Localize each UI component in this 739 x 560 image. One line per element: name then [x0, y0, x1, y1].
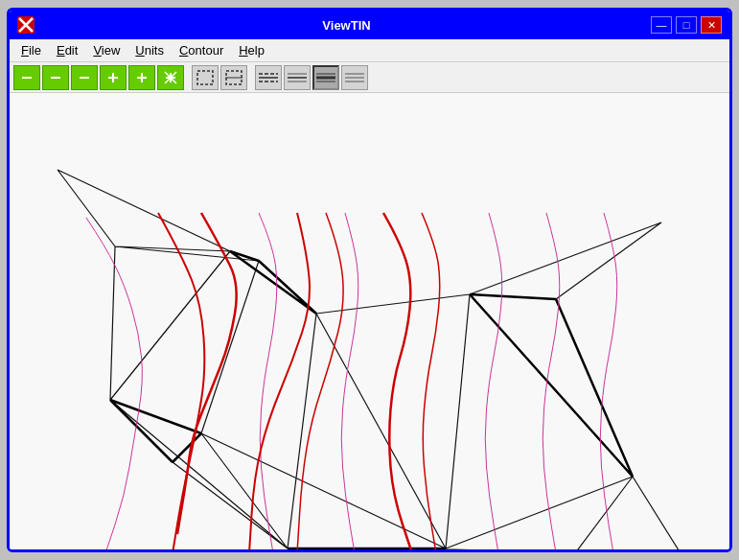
menubar: File Edit View Units Contour Help: [10, 39, 729, 62]
line-tool-active[interactable]: [312, 65, 339, 90]
window-title: ViewTIN: [42, 18, 651, 33]
zoom-btn-5[interactable]: [128, 65, 155, 90]
line-tool-1[interactable]: [255, 65, 282, 90]
svg-rect-14: [141, 73, 143, 82]
maximize-button[interactable]: □: [676, 16, 697, 34]
title-bar: ViewTIN — □ ✕: [10, 11, 729, 39]
zoom-btn-3[interactable]: [71, 65, 98, 90]
canvas-area[interactable]: [10, 93, 729, 549]
main-window: ViewTIN — □ ✕ File Edit View Units Conto…: [7, 8, 732, 552]
svg-rect-6: [51, 77, 60, 79]
menu-contour[interactable]: Contour: [172, 41, 231, 59]
svg-rect-8: [80, 77, 89, 79]
menu-help[interactable]: Help: [231, 41, 272, 59]
select-rect-tool[interactable]: [192, 65, 219, 90]
app-icon: [17, 16, 35, 34]
minimize-button[interactable]: —: [651, 16, 672, 34]
line-tool-2[interactable]: [284, 65, 311, 90]
menu-units[interactable]: Units: [127, 41, 172, 59]
close-button[interactable]: ✕: [701, 16, 722, 34]
menu-view[interactable]: View: [85, 41, 127, 59]
menu-file[interactable]: File: [13, 41, 49, 59]
zoom-btn-4[interactable]: [100, 65, 127, 90]
window-controls: — □ ✕: [651, 16, 722, 34]
menu-edit[interactable]: Edit: [49, 41, 85, 59]
zoom-btn-2[interactable]: [42, 65, 69, 90]
zoom-btn-1[interactable]: [13, 65, 40, 90]
zoom-btn-6[interactable]: [157, 65, 184, 90]
tin-canvas: [10, 93, 729, 549]
toolbar: [10, 62, 729, 93]
svg-rect-11: [112, 73, 114, 82]
line-tool-3[interactable]: [341, 65, 368, 90]
svg-rect-20: [197, 71, 213, 84]
select-rect-tool-2[interactable]: [220, 65, 247, 90]
svg-rect-4: [22, 77, 32, 79]
